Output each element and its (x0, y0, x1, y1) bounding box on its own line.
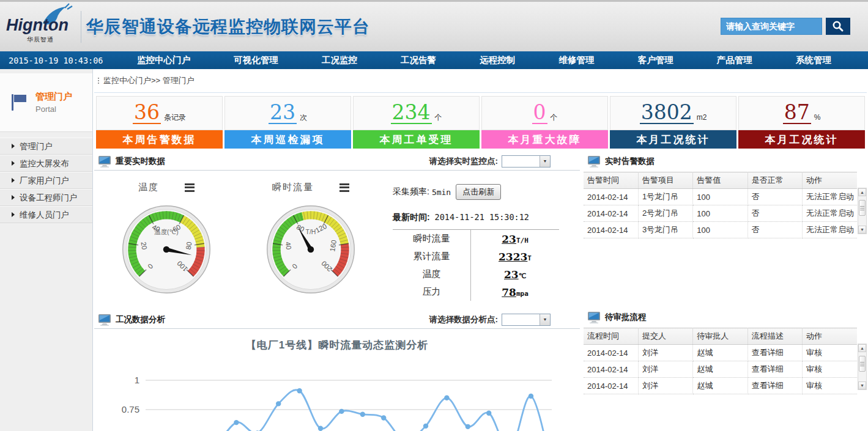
chevron-down-icon[interactable]: ▼ (540, 156, 550, 167)
action-cell[interactable]: 查看详细 (747, 378, 802, 394)
nav-item-5[interactable]: 维修管理 (558, 54, 594, 66)
latest-time-label: 最新时间: (393, 212, 430, 222)
stat-label-bar[interactable]: 本月重大故障 (481, 130, 608, 149)
realtime-data-row: 温度23℃ (393, 265, 559, 283)
scroll-up-icon[interactable]: ▲ (858, 344, 866, 352)
sidebar-menu: 管理门户监控大屏发布厂家用户门户设备工程师门户维修人员门户 (0, 138, 92, 223)
action-cell[interactable]: 否 (747, 189, 802, 205)
chevron-right-icon (12, 144, 15, 149)
stat-value-link[interactable]: 3802m2 (610, 96, 736, 130)
nav-item-2[interactable]: 工况监控 (322, 54, 357, 66)
sidebar-item-4[interactable]: 维修人员门户 (0, 206, 92, 223)
approval-panel-title: 待审批流程 (605, 312, 647, 323)
breadcrumb: 监控中心门户>> 管理门户 (94, 69, 867, 92)
nav-item-4[interactable]: 远程控制 (480, 54, 515, 66)
portal-title: 管理门户 (35, 91, 72, 103)
value-link[interactable]: 23 (502, 233, 516, 245)
search-button[interactable] (826, 18, 850, 35)
action-cell[interactable]: 查看详细 (747, 345, 802, 361)
logo: Hignton 华辰智通 (0, 1, 78, 53)
monitor-icon (587, 311, 601, 323)
table-scrollbar[interactable]: ▲▼ (858, 344, 867, 390)
stat-value-link[interactable]: 0个 (481, 96, 608, 130)
stat-card-5: 87%本月工况统计 (738, 96, 865, 149)
monitor-point-select[interactable]: ▼ (502, 155, 551, 168)
alarm-table: 告警时间告警项目告警值是否正常动作2014-02-141号龙门吊100否无法正常… (584, 172, 857, 238)
stat-label-bar[interactable]: 本月工况统计 (610, 130, 736, 149)
sidebar-item-1[interactable]: 监控大屏发布 (0, 155, 92, 172)
value-unit: mpa (516, 290, 529, 298)
chart-menu-icon[interactable] (185, 182, 195, 193)
scroll-down-icon[interactable]: ▼ (858, 381, 866, 389)
approval-table: 流程时间提交人待审批人流程描述动作2014-02-14刘洋赵城查看详细审核201… (584, 328, 857, 394)
stat-card-1: 23次本周巡检漏项 (224, 96, 351, 149)
breadcrumb-text: 监控中心门户>> 管理门户 (103, 75, 195, 86)
table-scrollbar[interactable]: ▲▼ (858, 188, 867, 234)
scrollbar-thumb[interactable] (859, 200, 866, 216)
column-header: 动作 (803, 328, 857, 345)
stat-value-link[interactable]: 87% (738, 96, 865, 130)
scroll-up-icon[interactable]: ▲ (858, 188, 866, 196)
stat-value-link[interactable]: 23次 (224, 96, 351, 130)
action-cell[interactable]: 无法正常启动 (803, 205, 857, 222)
refresh-button[interactable]: 点击刷新 (456, 184, 501, 200)
value-link[interactable]: 2323 (499, 251, 527, 263)
analysis-point-select[interactable]: ▼ (502, 314, 551, 326)
action-cell[interactable]: 否 (747, 205, 802, 222)
stat-value-link[interactable]: 36条记录 (96, 96, 223, 130)
action-cell[interactable]: 审核 (803, 378, 857, 394)
search-input[interactable] (721, 18, 822, 35)
latest-time-value: 2014-11-21 15:30:12 (435, 212, 529, 222)
gauge-chart: 020406080100温度(℃) (120, 203, 213, 296)
stat-label-bar[interactable]: 本月工况统计 (738, 130, 865, 149)
stat-label-bar[interactable]: 本周工单受理 (353, 130, 480, 149)
svg-text:1: 1 (135, 375, 139, 385)
stats-row: 36条记录本周告警数据23次本周巡检漏项234个本周工单受理0个本月重大故障38… (94, 92, 867, 149)
nav-item-8[interactable]: 系统管理 (796, 54, 831, 66)
chevron-down-icon[interactable]: ▼ (540, 314, 550, 325)
sidebar-item-2[interactable]: 厂家用户门户 (0, 172, 92, 189)
sidebar-item-label: 厂家用户门户 (20, 172, 69, 189)
data-cell: 2014-02-14 (584, 378, 638, 394)
sidebar-item-0[interactable]: 管理门户 (0, 138, 92, 155)
action-cell[interactable]: 否 (747, 222, 802, 238)
application-window: Hignton 华辰智通 华辰智通设备远程监控物联网云平台 2015-10-19… (0, 0, 868, 431)
stat-label-bar[interactable]: 本周告警数据 (96, 130, 223, 149)
action-cell[interactable]: 审核 (803, 361, 857, 378)
nav-item-0[interactable]: 监控中心门户 (137, 54, 190, 66)
nav-item-7[interactable]: 产品管理 (717, 54, 752, 66)
nav-item-3[interactable]: 工况告警 (401, 54, 436, 66)
action-cell[interactable]: 查看详细 (747, 361, 802, 378)
value-link[interactable]: 23 (504, 268, 519, 281)
svg-text:温度(℃): 温度(℃) (154, 229, 179, 235)
stat-value-link[interactable]: 234个 (353, 96, 480, 130)
column-header: 是否正常 (747, 172, 802, 189)
chevron-right-icon (12, 161, 15, 166)
column-header: 待审批人 (693, 328, 747, 345)
scrollbar-thumb[interactable] (859, 356, 866, 372)
sidebar-item-label: 监控大屏发布 (20, 155, 69, 172)
sidebar-item-3[interactable]: 设备工程师门户 (0, 189, 92, 206)
breadcrumb-grip-icon (98, 77, 99, 84)
nav-item-1[interactable]: 可视化管理 (234, 54, 278, 66)
value-link[interactable]: 78 (502, 286, 516, 298)
action-cell[interactable]: 无法正常启动 (803, 222, 857, 238)
data-cell: 赵城 (693, 345, 747, 361)
chart-menu-icon[interactable] (339, 182, 349, 193)
nav-item-6[interactable]: 客户管理 (638, 54, 673, 66)
scroll-down-icon[interactable]: ▼ (858, 226, 866, 234)
action-cell[interactable]: 审核 (803, 345, 857, 361)
action-cell[interactable]: 无法正常启动 (803, 189, 857, 205)
stat-card-3: 0个本月重大故障 (481, 96, 608, 149)
stat-number: 234 (391, 102, 432, 124)
approval-panel-header: 待审批流程 (584, 308, 867, 326)
table-row: 2014-02-141号龙门吊100否无法正常启动 (584, 189, 857, 205)
stat-card-2: 234个本周工单受理 (353, 96, 480, 149)
stat-label-bar[interactable]: 本周巡检漏项 (224, 130, 351, 149)
svg-text:80: 80 (185, 241, 193, 250)
data-cell: 100 (693, 205, 747, 222)
data-cell: 100 (693, 222, 747, 238)
stat-unit: 条记录 (164, 112, 186, 123)
realtime-data-label: 压力 (393, 283, 471, 301)
analysis-panel: 工况数据分析 请选择数据分析点: ▼ 【电厂1号线】瞬时流量动态监测分析 10.… (94, 311, 580, 431)
